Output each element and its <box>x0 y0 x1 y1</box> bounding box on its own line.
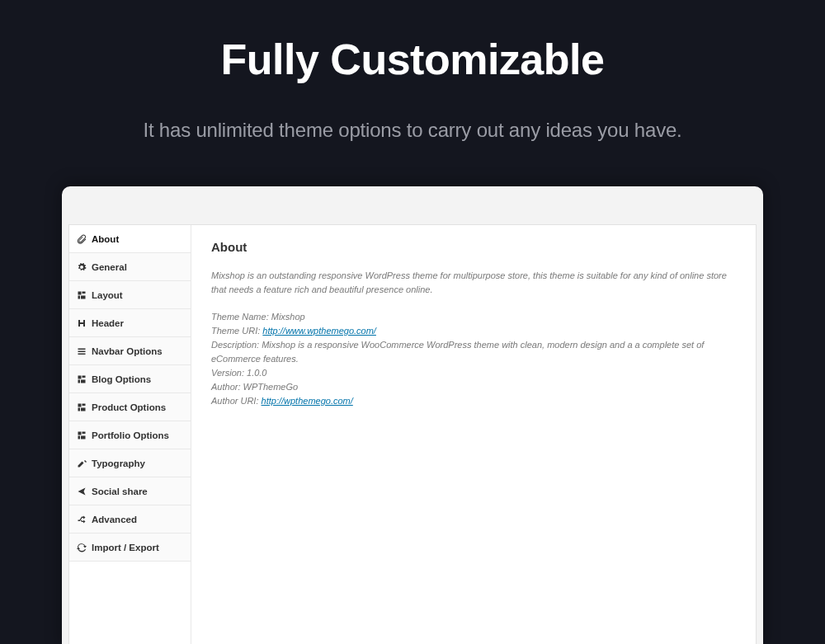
sidebar-item-label: Typography <box>92 458 145 468</box>
version-label: Version: <box>211 368 247 378</box>
sidebar-item-label: Product Options <box>92 402 166 412</box>
sidebar-item-label: Layout <box>92 290 123 300</box>
refresh-icon <box>77 543 87 552</box>
author-value: WPThemeGo <box>243 382 299 392</box>
sidebar-item-portfolio[interactable]: Portfolio Options <box>69 421 191 449</box>
panel-wrapper: About General Layout Header <box>62 186 763 644</box>
sidebar-item-label: Social share <box>92 487 148 496</box>
sidebar-item-label: Navbar Options <box>92 346 163 356</box>
about-intro: Mixshop is an outstanding responsive Wor… <box>211 269 736 297</box>
sidebar-item-label: Advanced <box>92 515 137 524</box>
author-uri-line: Author URI: http://wpthemego.com/ <box>211 394 736 408</box>
sidebar-item-blog[interactable]: Blog Options <box>69 365 191 393</box>
sidebar-item-label: General <box>92 262 127 272</box>
description-value: Mixshop is a responsive WooCommerce Word… <box>211 340 704 364</box>
sidebar-item-label: Header <box>92 318 124 328</box>
description-line: Description: Mixshop is a responsive Woo… <box>211 338 736 366</box>
sidebar-item-general[interactable]: General <box>69 253 191 281</box>
author-uri-link[interactable]: http://wpthemego.com/ <box>262 396 353 406</box>
sidebar-item-label: Portfolio Options <box>92 430 169 440</box>
theme-uri-link[interactable]: http://www.wpthemego.com/ <box>262 326 376 336</box>
about-text: Mixshop is an outstanding responsive Wor… <box>211 269 736 408</box>
page-title: Fully Customizable <box>0 0 825 84</box>
layout-icon <box>77 430 87 440</box>
paperclip-icon <box>77 234 87 244</box>
content-title: About <box>211 240 736 254</box>
author-uri-label: Author URI: <box>211 396 262 406</box>
version-line: Version: 1.0.0 <box>211 366 736 380</box>
layout-icon <box>77 374 87 384</box>
sidebar-item-advanced[interactable]: Advanced <box>69 505 191 534</box>
sidebar: About General Layout Header <box>69 225 191 644</box>
header-icon <box>77 318 87 328</box>
share-icon <box>77 487 87 496</box>
description-label: Description: <box>211 340 262 350</box>
sidebar-item-social[interactable]: Social share <box>69 477 191 505</box>
content-area: About Mixshop is an outstanding responsi… <box>191 225 756 644</box>
sidebar-item-label: About <box>92 234 119 244</box>
theme-name-label: Theme Name: <box>211 312 271 322</box>
sidebar-item-product[interactable]: Product Options <box>69 393 191 421</box>
layout-icon <box>77 402 87 412</box>
sidebar-item-label: Import / Export <box>92 543 159 552</box>
page-subtitle: It has unlimited theme options to carry … <box>0 119 825 142</box>
edit-icon <box>77 458 87 468</box>
theme-uri-label: Theme URI: <box>211 326 262 336</box>
theme-name-value: Mixshop <box>271 312 305 322</box>
author-line: Author: WPThemeGo <box>211 380 736 394</box>
sidebar-item-import-export[interactable]: Import / Export <box>69 534 191 562</box>
theme-name-line: Theme Name: Mixshop <box>211 310 736 324</box>
shuffle-icon <box>77 515 87 524</box>
gear-icon <box>77 262 87 272</box>
sidebar-item-header[interactable]: Header <box>69 309 191 337</box>
sidebar-item-typography[interactable]: Typography <box>69 449 191 477</box>
sidebar-item-layout[interactable]: Layout <box>69 281 191 309</box>
version-value: 1.0.0 <box>247 368 266 378</box>
sidebar-item-label: Blog Options <box>92 374 151 384</box>
theme-uri-line: Theme URI: http://www.wpthemego.com/ <box>211 324 736 338</box>
sidebar-item-about[interactable]: About <box>69 225 191 253</box>
admin-panel: About General Layout Header <box>68 224 757 644</box>
author-label: Author: <box>211 382 243 392</box>
sidebar-item-navbar[interactable]: Navbar Options <box>69 337 191 365</box>
layout-icon <box>77 290 87 300</box>
menu-icon <box>77 346 87 356</box>
